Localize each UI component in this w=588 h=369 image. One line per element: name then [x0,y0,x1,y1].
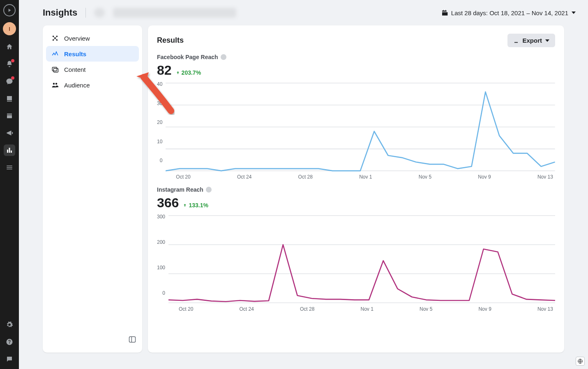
sidebar-item-results[interactable]: Results [46,46,139,62]
results-panel: Results Export Facebook Page Reach 82 [148,25,564,353]
chevron-down-icon [545,39,549,42]
messages-dot-icon [11,76,14,80]
left-rail: I [0,0,19,369]
chart-x-axis: Oct 20Oct 24Oct 28Nov 1Nov 5Nov 9Nov 13 [166,174,555,180]
export-label: Export [522,37,542,44]
globe-icon[interactable] [576,357,585,366]
sidebar-item-label: Content [64,66,86,73]
page-avatar-redacted [94,8,105,18]
insights-sidebar: Overview Results Content Audience [43,25,142,353]
calendar-icon[interactable] [4,110,15,121]
chart-plot [168,214,555,304]
chart-delta-value: 133.1% [189,202,208,209]
posts-icon[interactable] [4,93,15,104]
sidebar-item-overview[interactable]: Overview [46,30,139,46]
help-icon[interactable] [4,336,15,348]
arrow-up-icon [183,203,187,207]
chevron-down-icon [572,11,576,14]
sidebar-item-label: Audience [64,82,90,89]
chart-delta: 203.7% [176,69,201,76]
chart-title: Facebook Page Reach [157,54,218,60]
chart-stat: 366 [157,195,179,211]
info-icon[interactable] [221,54,226,60]
chart-delta: 133.1% [183,202,208,209]
results-icon [51,50,59,57]
ads-icon[interactable] [4,127,15,139]
info-icon[interactable] [206,187,212,193]
svg-rect-8 [52,67,57,71]
download-icon [513,38,519,44]
topbar: Insights Last 28 days: Oct 18, 2021 – No… [19,0,588,25]
panel-title: Results [157,36,184,45]
export-button[interactable]: Export [507,34,555,47]
divider [85,8,86,18]
calendar-small-icon [441,9,448,16]
chart-x-axis: Oct 20Oct 24Oct 28Nov 1Nov 5Nov 9Nov 13 [168,306,555,312]
arrow-up-icon [176,71,180,75]
home-icon[interactable] [4,41,15,53]
date-range-picker[interactable]: Last 28 days: Oct 18, 2021 – Nov 14, 202… [441,9,576,16]
page-title: Insights [43,7,77,18]
svg-point-11 [55,83,58,85]
chart-delta-value: 203.7% [182,69,201,76]
settings-icon[interactable] [4,319,15,330]
page-name-redacted [113,8,236,18]
report-problem-icon[interactable] [4,353,15,365]
account-avatar[interactable]: I [3,22,16,35]
suite-logo-icon[interactable] [3,4,16,16]
chart-y-axis: 403020100 [157,81,166,163]
content-icon [51,66,59,73]
svg-point-7 [56,51,57,52]
collapse-sidebar-button[interactable] [126,333,139,348]
chart-block-instagram: Instagram Reach 366 133.1% 3002001000 [157,186,555,312]
messages-icon[interactable] [4,76,15,87]
svg-rect-9 [53,69,58,72]
overview-icon [51,34,59,42]
sidebar-item-audience[interactable]: Audience [46,77,139,93]
chart-plot [166,81,555,172]
audience-icon [51,81,59,89]
svg-point-6 [55,54,55,55]
menu-icon[interactable] [4,162,15,173]
insights-icon[interactable] [4,144,15,156]
chart-stat: 82 [157,63,172,78]
notifications-icon[interactable] [4,58,15,70]
date-range-label: Last 28 days: Oct 18, 2021 – Nov 14, 202… [451,9,568,16]
svg-rect-12 [129,337,136,342]
chart-title: Instagram Reach [157,186,203,193]
sidebar-item-content[interactable]: Content [46,62,139,77]
sidebar-item-label: Overview [64,35,90,42]
svg-point-10 [53,83,55,85]
chart-y-axis: 3002001000 [157,214,168,296]
chart-block-facebook: Facebook Page Reach 82 203.7% 403020100 [157,54,555,180]
svg-point-5 [53,53,54,53]
sidebar-item-label: Results [64,50,86,57]
notification-dot-icon [11,59,14,62]
